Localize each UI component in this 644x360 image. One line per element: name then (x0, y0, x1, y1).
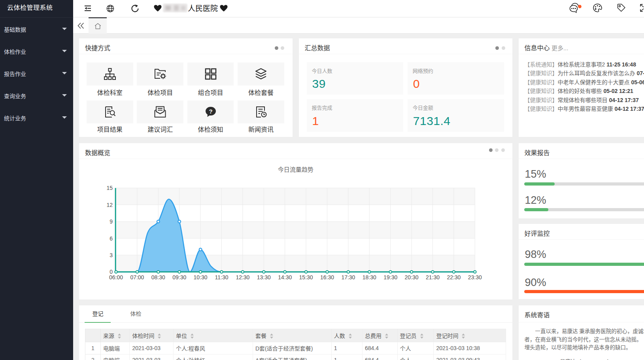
svg-text:?: ? (209, 108, 212, 114)
svg-text:3: 3 (110, 252, 113, 258)
svg-text:23:30: 23:30 (468, 274, 482, 280)
svg-text:19:30: 19:30 (383, 274, 397, 280)
svg-text:9: 9 (110, 218, 113, 225)
svg-text:17:30: 17:30 (341, 274, 355, 280)
svg-text:07:00: 07:00 (130, 274, 144, 280)
svg-text:06:00: 06:00 (109, 274, 123, 280)
svg-text:18:30: 18:30 (363, 274, 376, 280)
svg-text:12:30: 12:30 (236, 274, 249, 280)
svg-text:13:30: 13:30 (257, 274, 271, 280)
svg-text:14:30: 14:30 (278, 274, 292, 280)
svg-text:09:30: 09:30 (172, 274, 186, 280)
svg-text:6: 6 (110, 235, 113, 242)
svg-text:16:30: 16:30 (320, 274, 334, 280)
svg-text:20:30: 20:30 (405, 274, 419, 280)
svg-text:08:30: 08:30 (151, 274, 165, 280)
svg-text:15:30: 15:30 (299, 274, 313, 280)
svg-text:10:30: 10:30 (194, 274, 208, 280)
svg-text:22:30: 22:30 (447, 274, 461, 280)
svg-text:21:30: 21:30 (426, 274, 440, 280)
svg-text:12: 12 (106, 202, 113, 208)
svg-text:15: 15 (106, 185, 113, 191)
svg-text:11:30: 11:30 (215, 274, 229, 280)
